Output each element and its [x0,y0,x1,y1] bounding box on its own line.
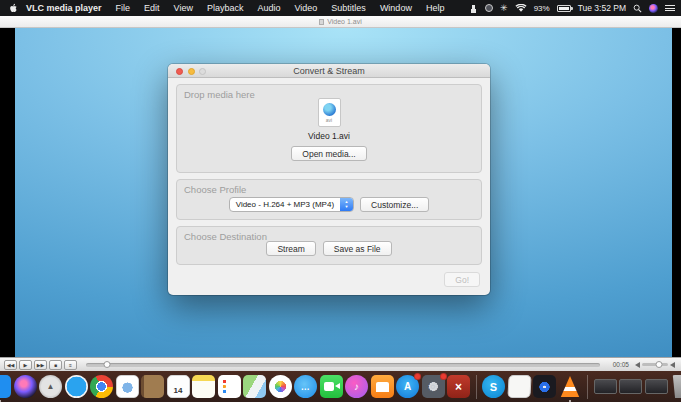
volume-knob[interactable] [655,361,662,368]
vlc-window-titlebar[interactable]: Video 1.avi [0,16,681,28]
shutter-icon[interactable]: ✳ [500,4,508,13]
menu-video[interactable]: Video [294,3,317,13]
profile-selected-value: Video - H.264 + MP3 (MP4) [230,198,340,211]
dropdown-stepper-icon: ▲▼ [340,198,353,211]
sysprefs-icon[interactable]: ⚙ [422,375,445,398]
battery-icon[interactable] [557,5,571,12]
app-menu-title[interactable]: VLC media player [26,3,102,13]
minimized-window-icon[interactable] [594,379,617,394]
vlc-cone-shape [559,375,582,398]
apple-menu-icon[interactable] [8,3,18,13]
dock-separator [476,375,477,399]
save-as-file-button[interactable]: Save as File [323,241,392,256]
status-circle-icon[interactable] [485,4,493,12]
document-app-icon[interactable] [507,375,531,398]
stream-button[interactable]: Stream [266,241,315,256]
menu-clock[interactable]: Tue 3:52 PM [578,3,626,13]
minimize-button[interactable] [188,68,195,75]
dock: ▲14…♪A⚙×S [0,371,681,402]
sysprefs-notification-badge [440,373,447,380]
user-status-icon[interactable] [469,4,478,13]
notes-icon[interactable] [192,375,215,398]
wifi-icon[interactable] [515,4,527,13]
itunes-icon[interactable]: ♪ [345,375,368,398]
ibooks-icon[interactable] [371,375,394,398]
safari-icon[interactable] [65,375,88,398]
menu-items: FileEditViewPlaybackAudioVideoSubtitlesW… [109,3,452,13]
close-button[interactable] [176,68,183,75]
convert-stream-dialog: Convert & Stream Drop media here avi Vid… [168,64,490,295]
seek-knob[interactable] [103,361,110,368]
calendar-icon[interactable]: 14 [167,375,190,398]
menu-window[interactable]: Window [380,3,412,13]
open-media-button[interactable]: Open media... [291,146,366,161]
menu-view[interactable]: View [174,3,193,13]
menu-edit[interactable]: Edit [144,3,160,13]
facetime-icon[interactable] [320,375,343,398]
red-x-app-icon[interactable]: × [447,375,470,398]
time-display: 00:05 [613,361,629,368]
appstore-notification-badge [414,373,421,380]
reminders-icon[interactable] [218,375,241,398]
dock-separator [587,375,588,399]
menu-status-area: ✳ 93% Tue 3:52 PM [469,3,675,13]
minimized-window-icon[interactable] [645,379,668,394]
finder-running-indicator [0,400,1,402]
drop-media-section[interactable]: Drop media here avi Video 1.avi Open med… [176,84,482,173]
choose-destination-label: Choose Destination [184,231,267,242]
messages-icon[interactable]: … [294,375,317,398]
chrome-icon[interactable] [90,375,113,398]
menu-bar: VLC media player FileEditViewPlaybackAud… [0,0,681,16]
volume-min-icon[interactable] [635,362,640,368]
messages-glyph: … [294,375,317,398]
document-mini-icon [319,19,324,25]
contacts-icon[interactable] [141,375,164,398]
vlc-icon[interactable] [559,375,582,398]
maps-icon[interactable] [243,375,266,398]
menu-audio[interactable]: Audio [257,3,280,13]
spotlight-icon[interactable] [633,4,642,13]
forward-button[interactable]: ▶▶ [34,360,47,370]
notification-center-icon[interactable] [665,4,675,13]
volume-slider[interactable] [642,363,668,366]
menu-playback[interactable]: Playback [207,3,244,13]
vlc-control-bar: ◀◀▶▶▶■≡ 00:05 [0,357,681,371]
disc-app-icon[interactable] [533,375,556,398]
drop-media-label: Drop media here [184,89,255,100]
volume-max-icon[interactable] [670,362,675,368]
dialog-titlebar[interactable]: Convert & Stream [168,64,490,78]
profile-dropdown[interactable]: Video - H.264 + MP3 (MP4) ▲▼ [229,197,354,212]
siri-icon[interactable] [649,4,658,13]
play-button[interactable]: ▶ [19,360,32,370]
launchpad-icon[interactable]: ▲ [39,375,62,398]
menu-subtitles[interactable]: Subtitles [331,3,366,13]
battery-percent[interactable]: 93% [534,4,550,13]
customize-button[interactable]: Customize... [360,197,429,212]
skype-icon[interactable]: S [482,375,505,398]
rewind-button[interactable]: ◀◀ [4,360,17,370]
trash-icon[interactable] [670,375,681,398]
desktop: VLC media player FileEditViewPlaybackAud… [0,0,681,402]
quicktime-orb-icon [323,103,336,116]
choose-profile-section: Choose Profile Video - H.264 + MP3 (MP4)… [176,179,482,220]
playlist-button[interactable]: ≡ [64,360,77,370]
vlc-running-indicator [569,400,571,402]
file-extension: avi [326,117,332,123]
stop-button[interactable]: ■ [49,360,62,370]
siri-icon[interactable] [14,375,37,398]
calendar-glyph: 14 [168,376,189,397]
minimized-window-icon[interactable] [619,379,642,394]
vlc-window-title: Video 1.avi [327,18,362,25]
menu-file[interactable]: File [116,3,131,13]
seek-bar[interactable] [86,363,600,367]
zoom-button[interactable] [199,68,206,75]
transport-buttons: ◀◀▶▶▶■≡ [4,360,77,370]
media-file-name: Video 1.avi [308,131,350,141]
preview-icon[interactable] [116,375,139,398]
photos-icon[interactable] [269,375,292,398]
appstore-icon[interactable]: A [396,375,419,398]
finder-icon[interactable] [0,375,11,398]
menu-help[interactable]: Help [426,3,445,13]
go-button[interactable]: Go! [444,272,480,287]
media-file-icon: avi [318,98,341,127]
